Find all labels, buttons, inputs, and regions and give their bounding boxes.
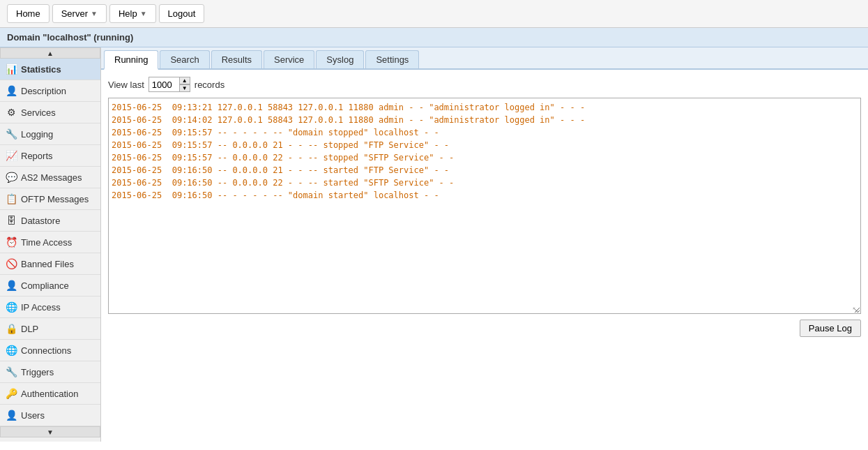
sidebar-item-label: Time Access	[21, 237, 72, 248]
server-button[interactable]: Server ▼	[52, 4, 107, 23]
sidebar-item-dlp[interactable]: 🔒 DLP	[0, 318, 100, 340]
records-label: records	[195, 80, 224, 90]
top-nav: Home Server ▼ Help ▼ Logout	[0, 0, 868, 28]
sidebar-item-label: Services	[21, 107, 56, 118]
sidebar-item-logging[interactable]: 🔧 Logging	[0, 123, 100, 145]
tab-service[interactable]: Service	[264, 50, 314, 68]
sidebar-item-label: AS2 Messages	[21, 172, 82, 183]
sidebar-item-connections[interactable]: 🌐 Connections	[0, 340, 100, 361]
sidebar-item-time-access[interactable]: ⏰ Time Access	[0, 232, 100, 253]
statistics-icon: 📊	[6, 63, 17, 75]
dlp-icon: 🔒	[6, 323, 17, 334]
tab-syslog[interactable]: Syslog	[316, 50, 364, 68]
authentication-icon: 🔑	[6, 388, 17, 399]
sidebar-item-oftp-messages[interactable]: 📋 OFTP Messages	[0, 188, 100, 210]
log-line: 2015-06-25 09:15:57 -- - - - - -- "domai…	[112, 126, 858, 139]
records-increment[interactable]: ▲	[179, 77, 190, 84]
sidebar-item-users[interactable]: 👤 Users	[0, 405, 100, 426]
logout-button[interactable]: Logout	[159, 4, 205, 23]
tab-settings[interactable]: Settings	[365, 50, 419, 68]
sidebar-item-authentication[interactable]: 🔑 Authentication	[0, 383, 100, 405]
pause-log-row: Pause Log	[108, 320, 861, 337]
services-icon: ⚙	[6, 107, 17, 118]
logging-icon: 🔧	[6, 128, 17, 140]
users-icon: 👤	[6, 410, 17, 421]
main-layout: ▲ 📊 Statistics 👤 Description ⚙ Services …	[0, 47, 868, 442]
sidebar-item-compliance[interactable]: 👤 Compliance	[0, 275, 100, 297]
log-line: 2015-06-25 09:16:50 -- 0.0.0.0 22 - - --…	[112, 177, 858, 189]
as2-icon: 💬	[6, 172, 17, 183]
sidebar-item-banned-files[interactable]: 🚫 Banned Files	[0, 253, 100, 275]
datastore-icon: 🗄	[6, 215, 17, 226]
ip-access-icon: 🌐	[6, 301, 17, 313]
sidebar-item-triggers[interactable]: 🔧 Triggers	[0, 361, 100, 383]
records-spinner: ▲ ▼	[179, 77, 190, 92]
log-line: 2015-06-25 09:13:21 127.0.0.1 58843 127.…	[112, 101, 858, 114]
sidebar-item-label: Connections	[21, 345, 71, 356]
time-access-icon: ⏰	[6, 237, 17, 248]
sidebar-item-label: Statistics	[21, 64, 61, 75]
domain-header: Domain "localhost" (running)	[0, 28, 868, 47]
help-dropdown-arrow: ▼	[140, 10, 147, 17]
resize-handle[interactable]: ⤡	[852, 305, 859, 312]
log-line: 2015-06-25 09:15:57 -- 0.0.0.0 21 - - --…	[112, 139, 858, 151]
tab-search[interactable]: Search	[160, 50, 209, 68]
home-button[interactable]: Home	[7, 4, 50, 23]
sidebar-item-datastore[interactable]: 🗄 Datastore	[0, 210, 100, 232]
sidebar-item-label: Compliance	[21, 280, 69, 291]
connections-icon: 🌐	[6, 345, 17, 356]
sidebar-item-label: Users	[21, 410, 45, 421]
reports-icon: 📈	[6, 150, 17, 161]
sidebar: ▲ 📊 Statistics 👤 Description ⚙ Services …	[0, 47, 101, 442]
sidebar-item-label: Reports	[21, 151, 53, 161]
oftp-icon: 📋	[6, 193, 17, 204]
banned-files-icon: 🚫	[6, 258, 17, 269]
records-input-wrap: ▲ ▼	[149, 77, 190, 92]
sidebar-item-label: DLP	[21, 324, 38, 334]
sidebar-item-label: Description	[21, 86, 66, 96]
sidebar-item-label: IP Access	[21, 302, 61, 313]
sidebar-item-label: Authentication	[21, 389, 78, 399]
tabs-bar: Running Search Results Service Syslog Se…	[101, 47, 868, 70]
log-line: 2015-06-25 09:14:02 127.0.0.1 58843 127.…	[112, 114, 858, 126]
sidebar-item-description[interactable]: 👤 Description	[0, 80, 100, 102]
pause-log-button[interactable]: Pause Log	[800, 320, 861, 337]
running-tab-content: View last ▲ ▼ records 2015-06-25 09:13:2…	[101, 70, 868, 442]
sidebar-item-label: Datastore	[21, 216, 60, 226]
tab-results[interactable]: Results	[211, 50, 262, 68]
log-line: 2015-06-25 09:16:50 -- - - - - -- "domai…	[112, 189, 858, 202]
log-line: 2015-06-25 09:15:57 -- 0.0.0.0 22 - - --…	[112, 151, 858, 164]
records-decrement[interactable]: ▼	[179, 84, 190, 92]
view-last-label: View last	[108, 80, 144, 90]
sidebar-item-label: Triggers	[21, 367, 54, 377]
sidebar-item-as2-messages[interactable]: 💬 AS2 Messages	[0, 167, 100, 188]
content-area: Running Search Results Service Syslog Se…	[101, 47, 868, 442]
sidebar-item-statistics[interactable]: 📊 Statistics	[0, 59, 100, 80]
view-last-row: View last ▲ ▼ records	[108, 77, 861, 92]
server-dropdown-arrow: ▼	[91, 10, 98, 17]
sidebar-scroll-up[interactable]: ▲	[0, 47, 100, 59]
help-button[interactable]: Help ▼	[109, 4, 156, 23]
tab-running[interactable]: Running	[104, 50, 158, 70]
sidebar-item-reports[interactable]: 📈 Reports	[0, 145, 100, 167]
sidebar-scroll-down[interactable]: ▼	[0, 426, 100, 437]
sidebar-item-label: Banned Files	[21, 259, 74, 269]
log-area[interactable]: 2015-06-25 09:13:21 127.0.0.1 58843 127.…	[108, 98, 861, 314]
sidebar-item-label: OFTP Messages	[21, 194, 89, 204]
sidebar-item-services[interactable]: ⚙ Services	[0, 102, 100, 123]
description-icon: 👤	[6, 85, 17, 96]
domain-title: Domain "localhost" (running)	[7, 32, 133, 43]
triggers-icon: 🔧	[6, 366, 17, 377]
sidebar-item-ip-access[interactable]: 🌐 IP Access	[0, 297, 100, 318]
sidebar-item-label: Logging	[21, 129, 53, 140]
log-line: 2015-06-25 09:16:50 -- 0.0.0.0 21 - - --…	[112, 164, 858, 177]
compliance-icon: 👤	[6, 280, 17, 291]
